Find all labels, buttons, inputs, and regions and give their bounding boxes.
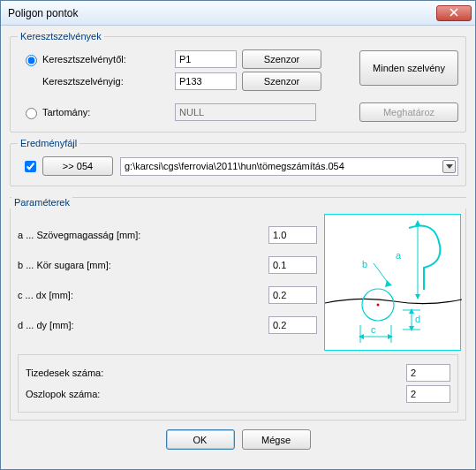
label-cross-from: Keresztszelvénytől: xyxy=(42,54,175,64)
input-range xyxy=(175,103,316,121)
label-param-a: a ... Szövegmagasság [mm]: xyxy=(18,230,177,240)
svg-text:b: b xyxy=(362,259,367,269)
input-param-b[interactable] xyxy=(268,256,317,274)
group-params-legend: Paraméterek xyxy=(11,197,72,208)
sensor-to-button[interactable]: Szenzor xyxy=(242,72,321,91)
parameter-preview-image: a c xyxy=(324,214,461,351)
sensor-from-button[interactable]: Szenzor xyxy=(242,49,321,69)
group-cross-sections: Keresztszelvények Keresztszelvénytől: Sz… xyxy=(10,31,466,133)
all-sections-button[interactable]: Minden szelvény xyxy=(359,50,458,86)
radio-range[interactable] xyxy=(26,108,37,119)
label-decimals: Tizedesek száma: xyxy=(26,368,406,378)
group-result-legend: Eredményfájl xyxy=(18,138,79,148)
label-cross-to: Keresztszelvényig: xyxy=(42,76,175,87)
label-param-b: b ... Kör sugara [mm]: xyxy=(18,260,177,270)
svg-text:d: d xyxy=(415,314,420,324)
path-dropdown-button[interactable] xyxy=(442,160,456,173)
input-param-c[interactable] xyxy=(268,286,317,304)
label-range: Tartomány: xyxy=(42,107,175,118)
cancel-button[interactable]: Mégse xyxy=(242,429,311,450)
input-cross-from[interactable] xyxy=(175,50,237,68)
input-columns[interactable] xyxy=(406,385,450,403)
close-button[interactable] xyxy=(436,5,472,21)
dialog-footer: OK Mégse xyxy=(10,421,466,460)
dialog-body: Keresztszelvények Keresztszelvénytől: Sz… xyxy=(1,26,475,469)
ok-button[interactable]: OK xyxy=(166,429,235,450)
svg-line-2 xyxy=(374,263,389,284)
checkbox-result[interactable] xyxy=(25,161,36,172)
close-icon xyxy=(450,8,458,19)
input-param-a[interactable] xyxy=(268,226,317,244)
svg-text:c: c xyxy=(371,324,376,335)
generate-054-button[interactable]: >> 054 xyxy=(42,156,113,176)
radio-from-to[interactable] xyxy=(26,55,37,66)
input-cross-to[interactable] xyxy=(175,72,237,90)
svg-point-1 xyxy=(377,304,380,307)
window-title: Poligon pontok xyxy=(8,7,436,19)
path-combobox[interactable]: g:\karcsi\cgs\ferrovia\2011\hun\tömegszá… xyxy=(120,157,458,176)
define-button[interactable]: Meghatároz xyxy=(359,102,458,122)
dialog-window: Poligon pontok Keresztszelvények Kereszt… xyxy=(0,0,476,470)
input-param-d[interactable] xyxy=(268,316,317,334)
group-parameters: Paraméterek a ... Szövegmagasság [mm]: b… xyxy=(10,197,466,421)
svg-text:a: a xyxy=(396,250,402,261)
group-result-file: Eredményfájl >> 054 g:\karcsi\cgs\ferrov… xyxy=(10,138,466,186)
label-param-c: c ... dx [mm]: xyxy=(18,290,177,300)
label-columns: Oszlopok száma: xyxy=(26,389,406,399)
group-cross-legend: Keresztszelvények xyxy=(18,31,104,42)
chevron-down-icon xyxy=(446,161,453,171)
path-value: g:\karcsi\cgs\ferrovia\2011\hun\tömegszá… xyxy=(125,161,344,171)
input-decimals[interactable] xyxy=(406,364,450,382)
label-param-d: d ... dy [mm]: xyxy=(18,320,177,330)
titlebar: Poligon pontok xyxy=(1,1,475,26)
group-counts: Tizedesek száma: Oszlopok száma: xyxy=(18,354,458,413)
